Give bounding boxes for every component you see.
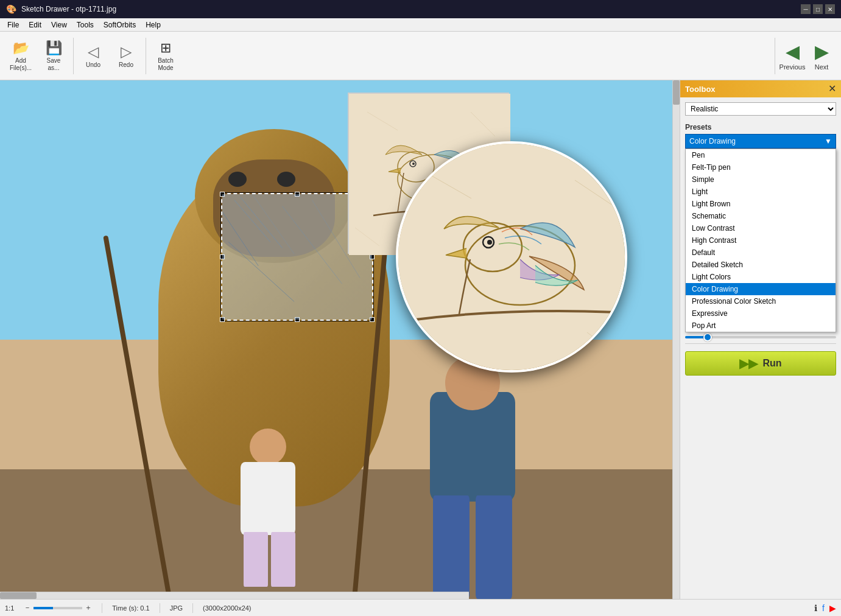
redo-icon: ▷ [121,43,132,60]
redo-button[interactable]: ▷ Redo [110,35,142,77]
save-as-icon: 💾 [46,40,62,56]
dimensions-display: (3000x2000x24) [203,604,252,612]
maximize-button[interactable]: □ [813,4,823,14]
next-button[interactable]: ▶ Next [807,35,836,77]
stroke-thickness-track[interactable] [685,336,836,338]
preset-option-low-contrast[interactable]: Low Contrast [686,222,836,234]
undo-label: Undo [86,61,100,68]
presets-label: Presets [685,123,836,131]
batch-mode-label: BatchMode [158,57,174,72]
human-figure [418,343,527,599]
canvas-scrollbar-vertical[interactable] [672,80,680,599]
previous-arrow-icon: ◀ [786,41,800,62]
preset-dropdown-list: Pen Felt-Tip pen Simple Light Light Brow… [685,149,836,332]
batch-mode-icon: ⊞ [160,40,171,56]
toolbox-header: Toolbox ✕ [680,80,841,97]
add-files-label: AddFile(s)... [10,57,32,72]
tb-divider-2 [685,343,836,344]
preset-option-simple[interactable]: Simple [686,173,836,186]
next-arrow-icon: ▶ [815,41,829,62]
style-select[interactable]: Realistic [685,102,836,116]
toolbar-separator-1 [73,38,74,74]
run-icon: ▶▶ [739,356,758,371]
preset-selected-text: Color Drawing [689,137,736,145]
undo-button[interactable]: ◁ Undo [77,35,109,77]
undo-icon: ◁ [88,43,99,60]
child-figure [231,416,304,587]
add-files-button[interactable]: 📂 AddFile(s)... [5,35,37,77]
toolbar: 📂 AddFile(s)... 💾 Saveas... ◁ Undo ▷ Red… [0,32,841,80]
preset-option-pop-art[interactable]: Pop Art [686,320,836,332]
zoom-fill [33,607,53,609]
preset-option-light-colors[interactable]: Light Colors [686,271,836,283]
time-label: Time (s): 0.1 [112,604,149,612]
nav-separator [775,38,775,74]
save-as-button[interactable]: 💾 Saveas... [38,35,69,77]
sketch-preview-panel [348,93,509,254]
toolbox-body: Realistic Presets Color Drawing ▼ Pen Fe… [680,97,841,599]
status-sep-1 [102,603,102,613]
preset-option-detailed-sketch[interactable]: Detailed Sketch [686,259,836,271]
previous-button[interactable]: ◀ Previous [778,35,807,77]
h-scrollbar-thumb[interactable] [0,592,37,599]
app-icon: 🎨 [6,4,16,14]
main-area: Toolbox ✕ Realistic Presets Color Drawin… [0,80,841,599]
toolbox-close-button[interactable]: ✕ [828,84,836,94]
zoom-track[interactable] [33,607,82,609]
preset-option-pen[interactable]: Pen [686,149,836,161]
info-icon[interactable]: ℹ [814,603,817,613]
preset-option-high-contrast[interactable]: High Contrast [686,234,836,247]
preset-option-color-drawing[interactable]: Color Drawing [686,283,836,295]
preset-option-light-brown[interactable]: Light Brown [686,198,836,210]
status-sep-2 [160,603,160,613]
menu-file[interactable]: File [2,19,24,30]
preset-option-light[interactable]: Light [686,186,836,198]
menu-help[interactable]: Help [141,19,166,30]
time-display: Time (s): 0.1 [112,604,149,612]
scrollbar-thumb[interactable] [673,80,680,105]
toolbox-panel: Toolbox ✕ Realistic Presets Color Drawin… [680,80,841,599]
svg-rect-7 [349,94,510,255]
zoom-slider: － ＋ [24,603,92,613]
status-sep-3 [192,603,193,613]
zoom-level: 1:1 [5,604,14,612]
toolbar-nav: ◀ Previous ▶ Next [772,35,836,77]
window-controls: ─ □ ✕ [801,4,835,14]
style-select-row: Realistic [685,102,836,118]
menu-tools[interactable]: Tools [72,19,99,30]
next-label: Next [815,63,829,71]
menu-view[interactable]: View [46,19,72,30]
youtube-icon[interactable]: ▶ [829,603,836,613]
add-files-icon: 📂 [13,40,29,56]
zoom-ratio: 1:1 [5,604,14,612]
zoom-plus-icon[interactable]: ＋ [85,603,92,613]
menu-edit[interactable]: Edit [24,19,46,30]
status-bar: 1:1 － ＋ Time (s): 0.1 JPG (3000x2000x24)… [0,599,841,616]
minimize-button[interactable]: ─ [801,4,811,14]
preset-option-felt-tip[interactable]: Felt-Tip pen [686,161,836,173]
preset-option-expressive[interactable]: Expressive [686,307,836,320]
canvas-scrollbar-horizontal[interactable] [0,592,469,599]
close-button[interactable]: ✕ [825,4,835,14]
batch-mode-button[interactable]: ⊞ BatchMode [150,35,181,77]
facebook-icon[interactable]: f [822,603,825,613]
menu-bar: File Edit View Tools SoftOrbits Help [0,18,841,32]
zoom-minus-icon[interactable]: － [24,603,31,613]
status-icons: ℹ f ▶ [814,603,836,613]
stroke-thickness-thumb[interactable] [703,333,712,341]
run-button[interactable]: ▶▶ Run [685,351,836,376]
svg-point-11 [412,163,415,165]
canvas-area[interactable] [0,80,680,599]
menu-softorbits[interactable]: SoftOrbits [99,19,141,30]
dimensions-label: (3000x2000x24) [203,604,252,612]
preset-option-default[interactable]: Default [686,247,836,259]
previous-label: Previous [779,63,806,71]
preset-option-professional[interactable]: Professional Color Sketch [686,295,836,307]
title-bar: 🎨 Sketch Drawer - otp-1711.jpg ─ □ ✕ [0,0,841,18]
stroke-thickness-slider-row [685,334,836,338]
presets-dropdown-container: Color Drawing ▼ Pen Felt-Tip pen Simple … [685,134,836,149]
toolbar-separator-2 [146,38,146,74]
preset-selected-display[interactable]: Color Drawing ▼ [685,134,836,149]
preset-option-schematic[interactable]: Schematic [686,210,836,222]
toolbox-title: Toolbox [685,85,716,94]
